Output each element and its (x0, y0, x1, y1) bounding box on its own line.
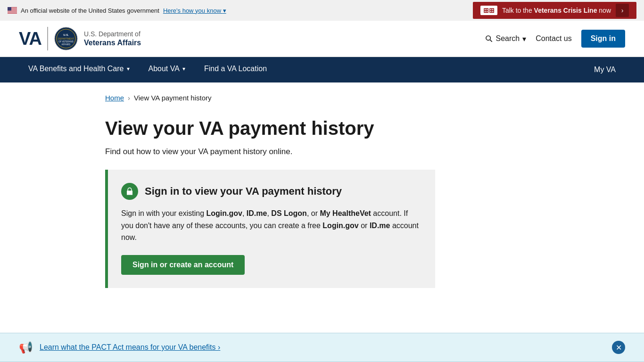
search-chevron: ▾ (522, 34, 526, 43)
signin-card-body: Sign in with your existing Login.gov, ID… (121, 207, 422, 244)
signin-card-header: Sign in to view your VA payment history (121, 183, 422, 200)
crisis-icon: ⊞⊞ (480, 6, 497, 15)
us-flag-icon (8, 7, 17, 14)
nav-my-va[interactable]: My VA (585, 57, 625, 82)
signin-card-title: Sign in to view your VA payment history (145, 185, 342, 197)
va-logo: VA U.S. DEPARTMENT OF VETERANS AFFAIRS U… (19, 26, 141, 51)
nav-items: VA Benefits and Health Care ▾ About VA ▾… (19, 57, 276, 82)
lock-svg (125, 187, 134, 196)
va-text-logo: VA (19, 30, 41, 48)
svg-point-14 (486, 36, 490, 40)
nav-my-va-label: My VA (594, 66, 616, 74)
signin-button[interactable]: Sign in (581, 30, 625, 48)
svg-line-15 (490, 40, 492, 41)
breadcrumb: Home › View VA payment history (105, 94, 539, 102)
svg-rect-6 (8, 13, 17, 13)
crisis-banner[interactable]: ⊞⊞ Talk to the Veterans Crisis Line now … (473, 2, 636, 19)
main-nav: VA Benefits and Health Care ▾ About VA ▾… (0, 57, 644, 82)
benefits-chevron-icon: ▾ (127, 66, 130, 72)
nav-benefits-label: VA Benefits and Health Care (28, 65, 124, 73)
va-dept-text: U.S. Department of Veterans Affairs (84, 30, 141, 48)
svg-rect-7 (8, 7, 11, 11)
crisis-text: Talk to the Veterans Crisis Line now (502, 7, 611, 14)
main-content: Home › View VA payment history View your… (86, 82, 558, 326)
nav-about-label: About VA (149, 65, 180, 73)
heres-how-link[interactable]: Here's how you know ▾ (163, 7, 226, 14)
search-label: Search (495, 34, 520, 43)
gov-banner: An official website of the United States… (0, 0, 644, 21)
page-title: View your VA payment history (105, 117, 539, 140)
signin-card: Sign in to view your VA payment history … (105, 170, 435, 288)
svg-text:U.S.: U.S. (63, 33, 69, 36)
logo-divider (47, 27, 48, 50)
nav-location-label: Find a VA Location (204, 65, 267, 73)
breadcrumb-separator: › (128, 94, 130, 102)
nav-about[interactable]: About VA ▾ (139, 57, 195, 82)
gov-banner-text: An official website of the United States… (21, 7, 159, 14)
search-icon (485, 35, 493, 42)
breadcrumb-current: View VA payment history (134, 94, 212, 102)
header-actions: Search ▾ Contact us Sign in (485, 30, 625, 48)
nav-location[interactable]: Find a VA Location (195, 57, 276, 82)
svg-text:OF VETERANS: OF VETERANS (58, 41, 74, 43)
svg-text:DEPARTMENT: DEPARTMENT (58, 37, 74, 40)
page-subtitle: Find out how to view your VA payment his… (105, 147, 539, 156)
gov-banner-left: An official website of the United States… (8, 7, 226, 14)
search-button[interactable]: Search ▾ (485, 34, 526, 43)
lock-icon (121, 183, 138, 200)
about-chevron-icon: ▾ (182, 66, 185, 72)
nav-benefits[interactable]: VA Benefits and Health Care ▾ (19, 57, 139, 82)
svg-rect-4 (8, 11, 17, 11)
contact-us-button[interactable]: Contact us (536, 34, 571, 43)
svg-rect-5 (8, 12, 17, 12)
site-header: VA U.S. DEPARTMENT OF VETERANS AFFAIRS U… (0, 21, 644, 57)
signin-create-account-button[interactable]: Sign in or create an account (121, 255, 245, 275)
svg-text:AFFAIRS: AFFAIRS (62, 43, 71, 46)
va-seal: U.S. DEPARTMENT OF VETERANS AFFAIRS (54, 26, 78, 51)
crisis-arrow: › (616, 4, 629, 17)
breadcrumb-home[interactable]: Home (105, 94, 124, 102)
